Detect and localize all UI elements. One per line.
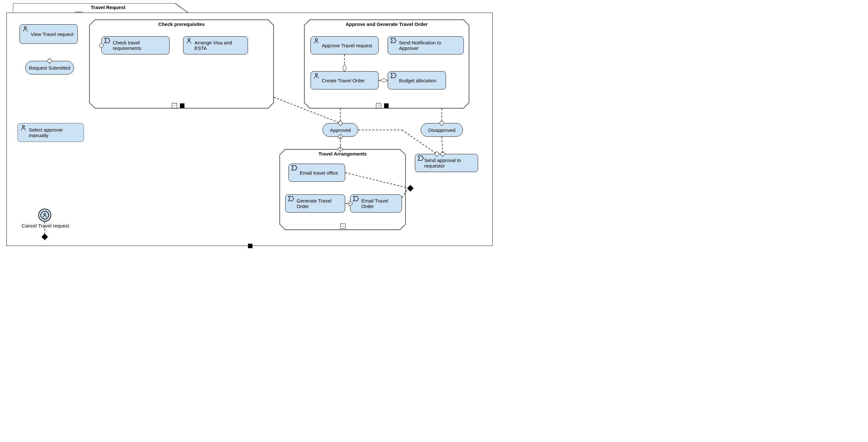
region-title: Check prerequisites — [89, 21, 274, 27]
frame-title: Travel Request — [91, 4, 125, 10]
svg-marker-11 — [391, 38, 396, 43]
region-travel-arrangements[interactable]: Travel Arrangements — [279, 149, 406, 230]
send-icon — [288, 196, 294, 202]
svg-point-10 — [315, 38, 317, 40]
task-label: Check travel requirements — [113, 40, 166, 51]
region-prerequisites[interactable]: Check prerequisites — [89, 20, 274, 108]
send-icon — [391, 38, 396, 44]
task-view-travel-request[interactable]: View Travel request — [20, 24, 78, 44]
task-label: Send approval to requestor — [424, 157, 474, 168]
collapse-icon[interactable]: − — [340, 224, 345, 229]
user-icon — [22, 26, 28, 33]
user-icon — [313, 38, 319, 45]
task-generate-travel-order[interactable]: Generate Travel Order — [285, 194, 345, 213]
collapse-icon[interactable]: − — [172, 103, 177, 108]
svg-point-5 — [44, 213, 46, 215]
send-icon — [353, 196, 359, 202]
send-icon — [104, 38, 110, 44]
svg-point-3 — [24, 27, 26, 29]
task-create-travel-order[interactable]: Create Travel Order — [311, 71, 379, 89]
task-label: Email travel office — [300, 170, 338, 176]
task-label: Budget allocation — [399, 78, 436, 83]
task-label: Create Travel Order — [322, 78, 365, 83]
event-label: Cancel Travel request — [20, 223, 71, 228]
task-approve-travel-request[interactable]: Approve Travel request — [311, 36, 379, 55]
svg-point-12 — [315, 73, 317, 75]
user-icon — [186, 38, 192, 45]
task-email-travel-office[interactable]: Email travel office — [288, 164, 345, 182]
task-label: Generate Travel Order — [297, 198, 342, 209]
svg-marker-18 — [353, 196, 359, 201]
task-label: Select approver manually — [29, 127, 81, 138]
svg-marker-17 — [288, 196, 293, 201]
behavior-marker — [384, 103, 389, 108]
task-label: Email Travel Order — [362, 198, 398, 209]
user-icon — [42, 213, 47, 218]
user-icon — [21, 125, 26, 132]
region-title: Approve and Generate Travel Order — [304, 21, 469, 27]
diagram-canvas: Travel Request View Travel request Reque… — [0, 0, 496, 253]
task-arrange-visa-esta[interactable]: Arrange Visa and ESTA — [183, 36, 248, 55]
task-select-approver[interactable]: Select approver manually — [18, 123, 84, 142]
task-label: View Travel request — [31, 31, 73, 37]
svg-marker-13 — [391, 73, 396, 78]
collapse-icon[interactable]: − — [376, 103, 381, 108]
event-cancel-travel-request[interactable] — [38, 209, 51, 222]
behavior-marker — [248, 244, 252, 248]
task-send-notification[interactable]: Send Notification to Approver — [388, 36, 464, 55]
state-label: Request Submitted — [29, 65, 70, 71]
send-icon — [291, 165, 297, 171]
user-icon — [313, 73, 319, 80]
svg-marker-16 — [292, 166, 297, 170]
svg-marker-7 — [105, 38, 110, 43]
svg-marker-14 — [418, 156, 423, 160]
region-title: Travel Arrangements — [279, 151, 406, 157]
svg-point-4 — [22, 125, 24, 127]
svg-point-8 — [188, 38, 190, 40]
task-budget-allocation[interactable]: Budget allocation — [388, 71, 446, 89]
state-label: Disapproved — [428, 127, 455, 133]
behavior-marker — [180, 103, 184, 108]
task-send-approval-to-requestor[interactable]: Send approval to requestor — [415, 154, 478, 172]
region-approve-travel-order[interactable]: Approve and Generate Travel Order — [304, 20, 469, 108]
state-label: Approved — [330, 127, 351, 133]
event-inner-ring — [40, 211, 49, 219]
task-check-travel-requirements[interactable]: Check travel requirements — [101, 36, 169, 55]
send-icon — [391, 73, 396, 79]
task-label: Send Notification to Approver — [399, 40, 460, 51]
send-icon — [418, 156, 424, 162]
task-label: Approve Travel request — [322, 43, 372, 48]
task-email-travel-order[interactable]: Email Travel Order — [350, 194, 402, 213]
task-label: Arrange Visa and ESTA — [194, 40, 244, 51]
